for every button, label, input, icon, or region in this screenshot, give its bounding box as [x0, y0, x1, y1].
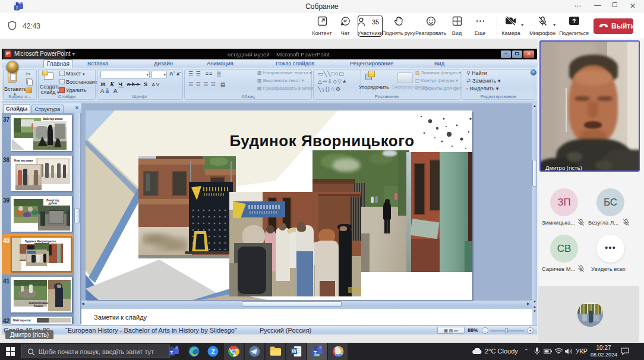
- svg-text:Z: Z: [211, 348, 215, 355]
- svg-text:W: W: [292, 348, 297, 354]
- svg-text:T: T: [171, 350, 173, 355]
- svg-text:NEW: NEW: [314, 354, 320, 356]
